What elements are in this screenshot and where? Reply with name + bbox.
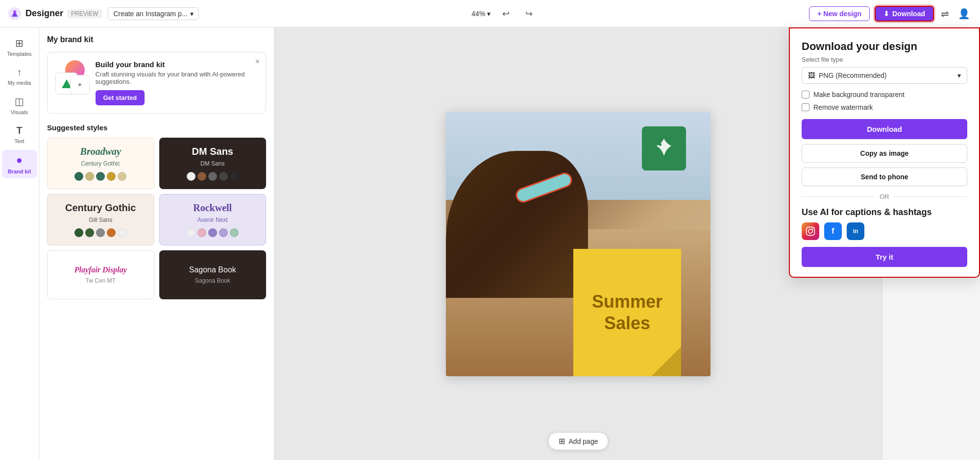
redo-button[interactable]: ↪	[521, 6, 537, 21]
sidebar-my-media-label: My media	[8, 80, 31, 86]
color-dot	[230, 172, 239, 181]
designer-logo-icon	[8, 7, 22, 21]
download-button[interactable]: Download	[802, 119, 967, 139]
ai-caption-title: Use AI for captions & hashtags	[802, 207, 967, 218]
color-dot	[219, 172, 228, 181]
canvas-wrapper[interactable]: SummerSales	[446, 112, 710, 376]
style-card-dm-sans[interactable]: DM Sans DM Sans	[159, 138, 267, 189]
panel-title: My brand kit	[47, 35, 266, 44]
canvas-note-text: SummerSales	[592, 291, 662, 333]
or-line-right	[894, 196, 967, 197]
color-dot	[230, 228, 239, 237]
transparent-bg-checkbox[interactable]	[802, 91, 809, 98]
color-dot	[187, 228, 196, 237]
style-card-rockwell[interactable]: Rockwell Avenir Next	[159, 194, 267, 245]
topbar-center: 44% ▾ ↩ ↪	[205, 6, 803, 21]
style-font-secondary-dmsans: DM Sans	[200, 160, 224, 167]
sidebar-item-templates[interactable]: ⊞ Templates	[2, 33, 37, 61]
sidebar-item-visuals[interactable]: ◫ Visuals	[2, 92, 37, 119]
style-card-sagona[interactable]: Sagona Book Sagona Book	[159, 250, 267, 299]
style-colors-dmsans	[187, 172, 239, 181]
add-page-button[interactable]: ⊞ Add page	[548, 432, 609, 450]
linkedin-letter: in	[853, 228, 858, 235]
copy-as-image-button[interactable]: Copy as image	[802, 144, 967, 163]
templates-icon: ⊞	[15, 37, 24, 49]
brand-kit-card-close-button[interactable]: ×	[255, 57, 260, 66]
style-font-primary-playfair: Playfair Display	[74, 266, 127, 274]
style-font-primary-dmsans: DM Sans	[192, 146, 233, 157]
file-type-select-inner: 🖼 PNG (Recommended)	[808, 72, 887, 79]
download-panel-title: Download your design	[802, 40, 967, 53]
color-dot	[96, 172, 105, 181]
file-type-select[interactable]: 🖼 PNG (Recommended) ▾	[802, 67, 967, 84]
style-card-playfair[interactable]: Playfair Display Tw Cen MT	[47, 250, 154, 299]
project-selector[interactable]: Create an Instagram p... ▾	[108, 7, 199, 20]
file-type-chevron-icon: ▾	[957, 72, 961, 79]
or-divider: OR	[802, 193, 967, 200]
undo-button[interactable]: ↩	[498, 6, 514, 21]
color-dot	[118, 228, 126, 237]
style-font-secondary-rockwell: Avenir Next	[197, 217, 228, 223]
my-media-icon: ↑	[17, 67, 22, 78]
style-font-primary-broadway: Broadway	[80, 146, 121, 157]
profile-button[interactable]: 👤	[956, 6, 972, 22]
new-design-button[interactable]: + New design	[809, 6, 870, 21]
style-font-secondary-cg: Gill Sans	[89, 217, 112, 223]
transparent-bg-label: Make background transparent	[813, 91, 905, 98]
download-icon: ⬇	[883, 10, 889, 18]
or-text: OR	[880, 193, 889, 200]
instagram-icon[interactable]	[802, 222, 819, 240]
linkedin-icon[interactable]: in	[847, 222, 864, 240]
svg-point-2	[659, 143, 662, 146]
svg-point-4	[808, 229, 812, 233]
topbar-actions: + New design ⬇ Download ⇌ 👤	[809, 6, 972, 22]
style-card-century-gothic[interactable]: Century Gothic Gill Sans	[47, 194, 154, 245]
svg-rect-3	[807, 227, 815, 236]
or-line-left	[802, 196, 875, 197]
preview-badge: PREVIEW	[67, 9, 102, 18]
sidebar-item-my-media[interactable]: ↑ My media	[2, 63, 37, 90]
send-to-phone-button[interactable]: Send to phone	[802, 168, 967, 186]
share-button[interactable]: ⇌	[939, 6, 951, 22]
remove-watermark-checkbox[interactable]	[802, 103, 809, 111]
style-font-primary-cg: Century Gothic	[65, 202, 136, 214]
svg-point-5	[812, 228, 813, 230]
facebook-letter: f	[832, 227, 834, 236]
zoom-control[interactable]: 44% ▾	[471, 10, 490, 18]
style-colors-rockwell	[187, 228, 239, 237]
style-colors-broadway	[74, 172, 126, 181]
color-dot	[85, 172, 94, 181]
brand-kit-panel: My brand kit × ✦ Build your brand kit Cr…	[39, 27, 274, 460]
topbar: Designer PREVIEW Create an Instagram p..…	[0, 0, 980, 27]
sidebar-text-label: Text	[14, 138, 24, 144]
brand-kit-card-desc: Craft stunning visuals for your brand wi…	[96, 71, 258, 85]
app-name: Designer	[25, 8, 63, 19]
suggested-styles-title: Suggested styles	[47, 123, 266, 132]
color-dot	[208, 172, 217, 181]
color-dot	[107, 172, 116, 181]
canvas-image: SummerSales	[446, 112, 710, 376]
sidebar-visuals-label: Visuals	[11, 109, 28, 115]
get-started-button[interactable]: Get started	[96, 90, 145, 105]
style-font-primary-sagona: Sagona Book	[189, 266, 236, 274]
canvas-yellow-note: SummerSales	[573, 249, 681, 376]
project-chevron-icon: ▾	[190, 10, 194, 18]
file-type-label: Select file type	[802, 56, 967, 63]
brand-kit-illustration: ✦	[55, 60, 90, 95]
facebook-icon[interactable]: f	[824, 222, 842, 240]
brand-kit-card-content: Build your brand kit Craft stunning visu…	[96, 60, 258, 105]
sidebar-item-text[interactable]: T Text	[2, 121, 37, 148]
remove-watermark-label: Remove watermark	[813, 103, 873, 111]
style-card-broadway[interactable]: Broadway Century Gothic	[47, 138, 154, 189]
sidebar-brand-kit-label: Brand kit	[8, 169, 31, 174]
left-sidebar: ⊞ Templates ↑ My media ◫ Visuals T Text …	[0, 27, 39, 460]
try-it-button[interactable]: Try it	[802, 247, 967, 267]
main-layout: ⊞ Templates ↑ My media ◫ Visuals T Text …	[0, 27, 980, 460]
color-dot	[85, 228, 94, 237]
sidebar-item-brand-kit[interactable]: ● Brand kit	[2, 150, 37, 178]
color-dot	[96, 228, 105, 237]
bk-card2: ✦	[70, 75, 90, 95]
download-top-button[interactable]: ⬇ Download	[875, 6, 934, 22]
transparent-bg-row: Make background transparent	[802, 91, 967, 98]
svg-point-1	[13, 10, 16, 13]
